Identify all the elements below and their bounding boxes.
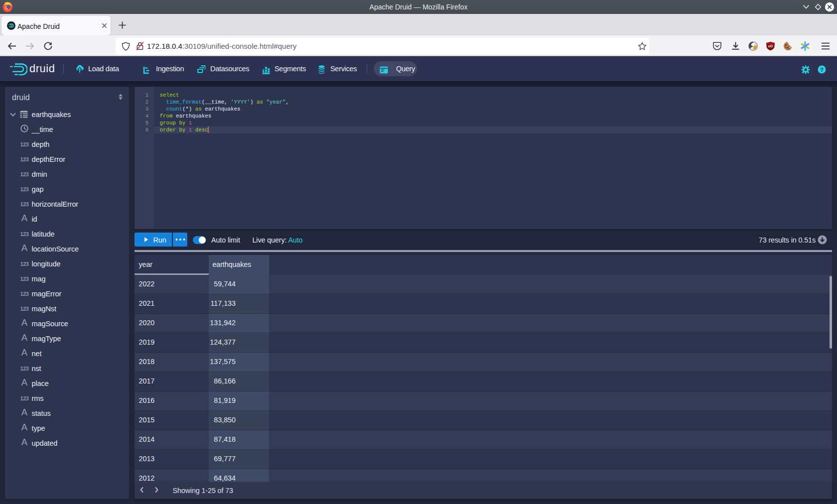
svg-text:?: ?: [820, 67, 824, 73]
svg-text:uO: uO: [768, 44, 773, 48]
